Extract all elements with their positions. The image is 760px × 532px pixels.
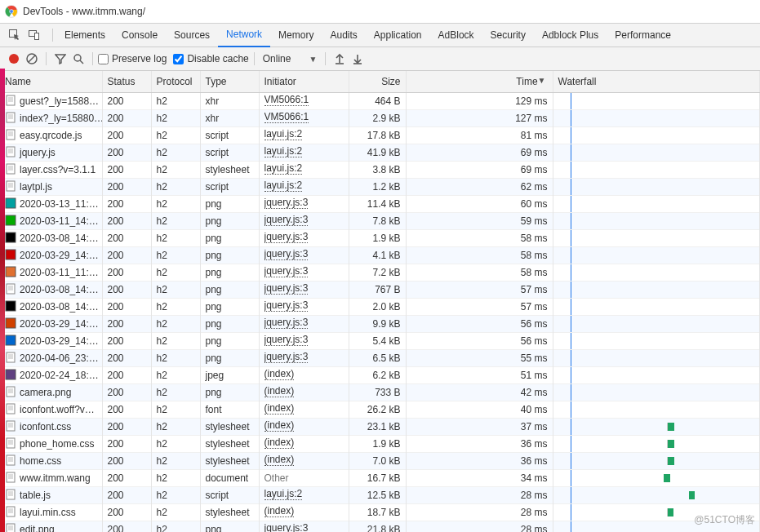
initiator-link[interactable]: jquery.js:3 bbox=[264, 214, 309, 226]
initiator-link[interactable]: layui.js:2 bbox=[264, 488, 303, 500]
initiator-link[interactable]: VM5066:1 bbox=[264, 111, 309, 123]
file-icon bbox=[5, 317, 16, 331]
initiator-link[interactable]: jquery.js:3 bbox=[264, 197, 309, 209]
search-button[interactable] bbox=[69, 50, 87, 68]
request-row[interactable]: home.css200h2stylesheet(index)7.0 kB36 m… bbox=[0, 453, 760, 470]
initiator-link[interactable]: jquery.js:3 bbox=[264, 299, 309, 312]
request-row[interactable]: 2020-03-11_11:…200h2pngjquery.js:37.2 kB… bbox=[0, 264, 760, 282]
request-row[interactable]: 2020-02-24_18:…200h2jpeg(index)6.2 kB51 … bbox=[0, 367, 760, 384]
export-har-button[interactable] bbox=[349, 50, 367, 68]
initiator-link[interactable]: (index) bbox=[264, 505, 295, 517]
initiator-link[interactable]: layui.js:2 bbox=[264, 180, 303, 192]
initiator-link[interactable]: jquery.js:3 bbox=[264, 317, 309, 329]
file-icon bbox=[5, 403, 16, 417]
request-row[interactable]: iconfont.css200h2stylesheet(index)23.1 k… bbox=[0, 419, 760, 436]
tab-network[interactable]: Network bbox=[218, 23, 270, 47]
request-row[interactable]: table.js200h2scriptlayui.js:212.5 kB28 m… bbox=[0, 487, 760, 504]
record-button[interactable] bbox=[5, 50, 23, 68]
initiator-link[interactable]: jquery.js:3 bbox=[264, 231, 309, 243]
request-row[interactable]: index?_ly=15880…200h2xhrVM5066:12.9 kB12… bbox=[0, 110, 760, 127]
request-row[interactable]: 2020-03-08_14:…200h2pngjquery.js:32.0 kB… bbox=[0, 299, 760, 316]
initiator-cell: (index) bbox=[259, 401, 349, 419]
initiator-link[interactable]: (index) bbox=[264, 368, 295, 380]
protocol-cell: h2 bbox=[151, 367, 200, 384]
column-status[interactable]: Status bbox=[102, 71, 151, 93]
protocol-cell: h2 bbox=[151, 196, 200, 213]
initiator-link[interactable]: jquery.js:3 bbox=[264, 351, 309, 363]
tab-memory[interactable]: Memory bbox=[270, 24, 322, 47]
request-row[interactable]: easy.qrcode.js200h2scriptlayui.js:217.8 … bbox=[0, 127, 760, 144]
request-row[interactable]: 2020-04-06_23:…200h2pngjquery.js:36.5 kB… bbox=[0, 350, 760, 367]
initiator-link[interactable]: (index) bbox=[264, 402, 295, 415]
throttling-select[interactable]: Online ▼ bbox=[260, 53, 321, 64]
filter-button[interactable] bbox=[51, 50, 69, 68]
request-row[interactable]: camera.png200h2png(index)733 B42 ms bbox=[0, 384, 760, 401]
initiator-link[interactable]: jquery.js:3 bbox=[264, 265, 309, 277]
initiator-link[interactable]: jquery.js:3 bbox=[264, 282, 309, 295]
request-row[interactable]: guest?_ly=1588…200h2xhrVM5066:1464 B129 … bbox=[0, 93, 760, 110]
file-icon bbox=[5, 300, 16, 314]
tab-security[interactable]: Security bbox=[482, 24, 534, 47]
initiator-link[interactable]: layui.js:2 bbox=[264, 162, 303, 175]
type-cell: stylesheet bbox=[200, 453, 259, 470]
type-cell: xhr bbox=[200, 93, 259, 110]
column-name[interactable]: Name bbox=[0, 71, 102, 93]
request-row[interactable]: jquery.js200h2scriptlayui.js:241.9 kB69 … bbox=[0, 144, 760, 162]
file-icon bbox=[5, 129, 16, 143]
svg-rect-22 bbox=[7, 130, 15, 140]
request-row[interactable]: www.itmm.wang200h2documentOther16.7 kB34… bbox=[0, 470, 760, 487]
request-row[interactable]: phone_home.css200h2stylesheet(index)1.9 … bbox=[0, 436, 760, 453]
request-row[interactable]: 2020-03-29_14:…200h2pngjquery.js:34.1 kB… bbox=[0, 247, 760, 264]
initiator-link[interactable]: (index) bbox=[264, 419, 295, 432]
request-row[interactable]: layui.min.css200h2stylesheet(index)18.7 … bbox=[0, 504, 760, 521]
tab-application[interactable]: Application bbox=[366, 24, 430, 47]
tab-performance[interactable]: Performance bbox=[607, 24, 679, 47]
initiator-link[interactable]: VM5066:1 bbox=[264, 94, 309, 106]
clear-button[interactable] bbox=[23, 50, 41, 68]
waterfall-cell bbox=[558, 247, 755, 264]
tab-adblock-plus[interactable]: Adblock Plus bbox=[534, 24, 607, 47]
request-row[interactable]: 2020-03-08_14:…200h2pngjquery.js:3767 B5… bbox=[0, 282, 760, 299]
type-cell: script bbox=[200, 487, 259, 504]
tab-elements[interactable]: Elements bbox=[56, 24, 113, 47]
tab-adblock[interactable]: AdBlock bbox=[430, 24, 482, 47]
svg-rect-38 bbox=[6, 198, 16, 208]
request-name: guest?_ly=1588… bbox=[20, 95, 99, 107]
status-cell: 200 bbox=[102, 162, 151, 179]
device-toggle-button[interactable] bbox=[26, 27, 42, 43]
inspect-element-button[interactable] bbox=[7, 27, 23, 43]
request-row[interactable]: 2020-03-29_14:…200h2pngjquery.js:35.4 kB… bbox=[0, 333, 760, 350]
initiator-link[interactable]: jquery.js:3 bbox=[264, 522, 309, 532]
column-initiator[interactable]: Initiator bbox=[259, 71, 349, 93]
initiator-link[interactable]: jquery.js:3 bbox=[264, 248, 309, 260]
size-cell: 733 B bbox=[349, 384, 406, 401]
disable-cache-checkbox[interactable]: Disable cache bbox=[173, 53, 248, 64]
request-row[interactable]: 2020-03-11_14:…200h2pngjquery.js:37.8 kB… bbox=[0, 213, 760, 230]
column-time[interactable]: Time▼ bbox=[406, 71, 553, 93]
column-waterfall[interactable]: Waterfall bbox=[553, 71, 760, 93]
request-row[interactable]: 2020-03-29_14:…200h2pngjquery.js:39.9 kB… bbox=[0, 316, 760, 333]
waterfall-cell bbox=[558, 333, 755, 349]
protocol-cell: h2 bbox=[151, 350, 200, 367]
import-har-button[interactable] bbox=[331, 50, 349, 68]
protocol-cell: h2 bbox=[151, 179, 200, 196]
column-type[interactable]: Type bbox=[200, 71, 259, 93]
initiator-link[interactable]: layui.js:2 bbox=[264, 145, 303, 157]
column-protocol[interactable]: Protocol bbox=[151, 71, 200, 93]
request-row[interactable]: iconfont.woff?v…200h2font(index)26.2 kB4… bbox=[0, 401, 760, 419]
initiator-link[interactable]: (index) bbox=[264, 437, 295, 449]
request-row[interactable]: edit.png200h2pngjquery.js:321.8 kB28 ms bbox=[0, 521, 760, 533]
request-row[interactable]: 2020-03-08_14:…200h2pngjquery.js:31.9 kB… bbox=[0, 230, 760, 247]
tab-audits[interactable]: Audits bbox=[322, 24, 365, 47]
column-size[interactable]: Size bbox=[349, 71, 406, 93]
initiator-link[interactable]: jquery.js:3 bbox=[264, 334, 309, 346]
request-row[interactable]: laytpl.js200h2scriptlayui.js:21.2 kB62 m… bbox=[0, 179, 760, 196]
initiator-link[interactable]: (index) bbox=[264, 385, 295, 397]
initiator-link[interactable]: (index) bbox=[264, 454, 295, 466]
tab-console[interactable]: Console bbox=[113, 24, 166, 47]
tab-sources[interactable]: Sources bbox=[166, 24, 218, 47]
request-row[interactable]: layer.css?v=3.1.1200h2stylesheetlayui.js… bbox=[0, 162, 760, 179]
request-row[interactable]: 2020-03-13_11:…200h2pngjquery.js:311.4 k… bbox=[0, 196, 760, 213]
initiator-link[interactable]: layui.js:2 bbox=[264, 128, 303, 140]
preserve-log-checkbox[interactable]: Preserve log bbox=[98, 53, 167, 64]
